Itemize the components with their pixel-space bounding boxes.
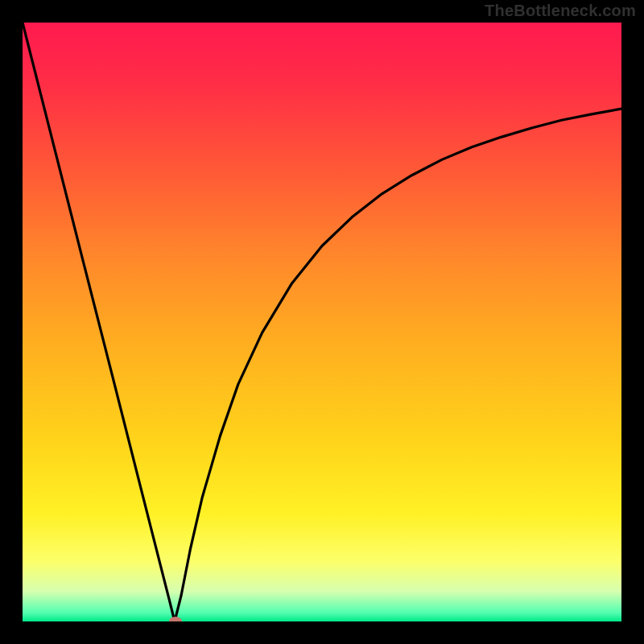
watermark-text: TheBottleneck.com (485, 2, 636, 20)
curve-line (23, 23, 621, 621)
marker-dot (169, 617, 182, 621)
chart-frame: TheBottleneck.com (0, 0, 644, 644)
plot-area (23, 23, 621, 621)
